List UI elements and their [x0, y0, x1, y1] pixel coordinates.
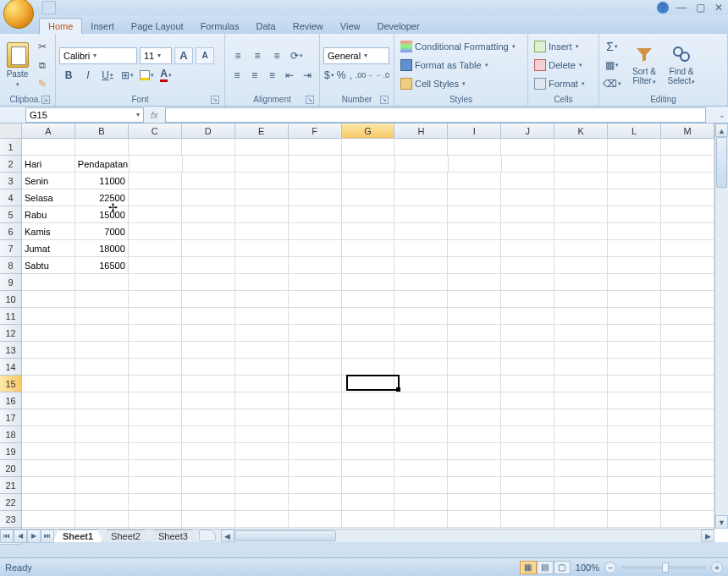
- row-header-2[interactable]: 2: [0, 156, 22, 173]
- cell-D20[interactable]: [182, 460, 235, 477]
- cell-A15[interactable]: [22, 376, 75, 392]
- cell-D9[interactable]: [182, 274, 235, 291]
- cell-J3[interactable]: [501, 173, 554, 189]
- cell-H14[interactable]: [394, 359, 448, 376]
- col-header-D[interactable]: D: [182, 123, 235, 139]
- cell-D13[interactable]: [182, 342, 235, 359]
- cell-C13[interactable]: [129, 342, 182, 359]
- cell-B5[interactable]: 15000: [75, 206, 129, 223]
- cell-B19[interactable]: [75, 443, 129, 460]
- fill-color-icon[interactable]: ▾: [137, 67, 156, 84]
- cell-C12[interactable]: [129, 325, 182, 342]
- cell-B14[interactable]: [75, 359, 129, 376]
- cell-A19[interactable]: [22, 443, 75, 460]
- cell-M20[interactable]: [661, 460, 714, 477]
- view-layout-icon[interactable]: ▤: [537, 561, 554, 574]
- cell-L12[interactable]: [608, 325, 661, 342]
- cell-L20[interactable]: [608, 460, 661, 477]
- cell-E16[interactable]: [235, 392, 289, 409]
- cell-E21[interactable]: [235, 477, 289, 494]
- cell-A6[interactable]: Kamis: [22, 223, 75, 240]
- cell-B12[interactable]: [75, 325, 129, 342]
- cell-H12[interactable]: [394, 325, 448, 342]
- cell-M14[interactable]: [661, 359, 714, 376]
- row-header-16[interactable]: 16: [0, 392, 22, 409]
- cell-G15[interactable]: [342, 376, 395, 392]
- cell-A1[interactable]: [22, 139, 75, 156]
- cell-E23[interactable]: [235, 511, 289, 528]
- col-header-J[interactable]: J: [501, 123, 554, 139]
- col-header-B[interactable]: B: [75, 123, 129, 139]
- autosum-icon[interactable]: Σ▾: [603, 38, 621, 55]
- cell-C4[interactable]: [129, 189, 182, 206]
- cell-K13[interactable]: [554, 342, 608, 359]
- cell-K20[interactable]: [554, 460, 608, 477]
- cell-D23[interactable]: [182, 511, 235, 528]
- cell-J14[interactable]: [501, 359, 554, 376]
- cell-K18[interactable]: [554, 426, 608, 443]
- close-icon[interactable]: ✕: [713, 2, 725, 14]
- cell-E6[interactable]: [235, 223, 289, 240]
- row-header-18[interactable]: 18: [0, 426, 22, 443]
- cell-L5[interactable]: [608, 206, 661, 223]
- cell-C3[interactable]: [129, 173, 182, 189]
- cell-L6[interactable]: [608, 223, 661, 240]
- row-header-1[interactable]: 1: [0, 139, 22, 156]
- cell-M22[interactable]: [661, 494, 714, 511]
- cell-M23[interactable]: [661, 511, 714, 528]
- cell-L8[interactable]: [608, 257, 661, 274]
- cell-F7[interactable]: [289, 240, 342, 257]
- cell-F15[interactable]: [289, 376, 342, 392]
- cell-L16[interactable]: [608, 392, 661, 409]
- font-name-combo[interactable]: Calibri▾: [59, 47, 137, 64]
- cell-D6[interactable]: [182, 223, 235, 240]
- cell-H6[interactable]: [394, 223, 448, 240]
- cell-G13[interactable]: [342, 342, 395, 359]
- cell-E20[interactable]: [235, 460, 289, 477]
- sheet-tab-sheet3[interactable]: Sheet3: [149, 529, 197, 542]
- cell-H16[interactable]: [394, 392, 448, 409]
- orientation-icon[interactable]: ⟳▾: [287, 47, 306, 64]
- find-select-button[interactable]: Find & Select▾: [664, 36, 699, 94]
- cell-M21[interactable]: [661, 477, 714, 494]
- cell-H1[interactable]: [394, 139, 448, 156]
- row-header-5[interactable]: 5: [0, 206, 22, 223]
- first-sheet-icon[interactable]: ⏮: [0, 529, 14, 543]
- cell-B2[interactable]: Pendapatan: [75, 156, 130, 173]
- cell-A13[interactable]: [22, 342, 75, 359]
- cell-B23[interactable]: [75, 511, 129, 528]
- zoom-out-icon[interactable]: −: [604, 562, 616, 573]
- cell-C6[interactable]: [129, 223, 182, 240]
- cell-G10[interactable]: [342, 291, 395, 308]
- cell-C16[interactable]: [129, 392, 182, 409]
- cell-D11[interactable]: [182, 308, 235, 325]
- cell-B3[interactable]: 11000: [75, 173, 129, 189]
- copy-icon[interactable]: ⧉: [33, 57, 52, 74]
- cell-A23[interactable]: [22, 511, 75, 528]
- cell-J5[interactable]: [501, 206, 554, 223]
- cell-B18[interactable]: [75, 426, 129, 443]
- row-header-11[interactable]: 11: [0, 308, 22, 325]
- cell-M12[interactable]: [661, 325, 714, 342]
- scroll-right-icon[interactable]: ▶: [701, 529, 714, 542]
- cell-M15[interactable]: [661, 376, 714, 392]
- cell-I18[interactable]: [448, 426, 501, 443]
- cell-J23[interactable]: [501, 511, 554, 528]
- cell-C22[interactable]: [129, 494, 182, 511]
- cell-F19[interactable]: [289, 443, 342, 460]
- cell-L21[interactable]: [608, 477, 661, 494]
- cell-B9[interactable]: [75, 274, 129, 291]
- cell-H23[interactable]: [394, 511, 448, 528]
- cell-B11[interactable]: [75, 308, 129, 325]
- cell-K19[interactable]: [554, 443, 608, 460]
- cell-G17[interactable]: [342, 409, 395, 426]
- clipboard-launcher-icon[interactable]: ↘: [41, 96, 50, 104]
- cell-C10[interactable]: [129, 291, 182, 308]
- row-header-21[interactable]: 21: [0, 477, 22, 494]
- col-header-G[interactable]: G: [342, 123, 395, 139]
- cell-D4[interactable]: [182, 189, 235, 206]
- sheet-tab-sheet1[interactable]: Sheet1: [53, 529, 102, 542]
- cell-E13[interactable]: [235, 342, 289, 359]
- cell-K8[interactable]: [554, 257, 608, 274]
- cell-K6[interactable]: [554, 223, 608, 240]
